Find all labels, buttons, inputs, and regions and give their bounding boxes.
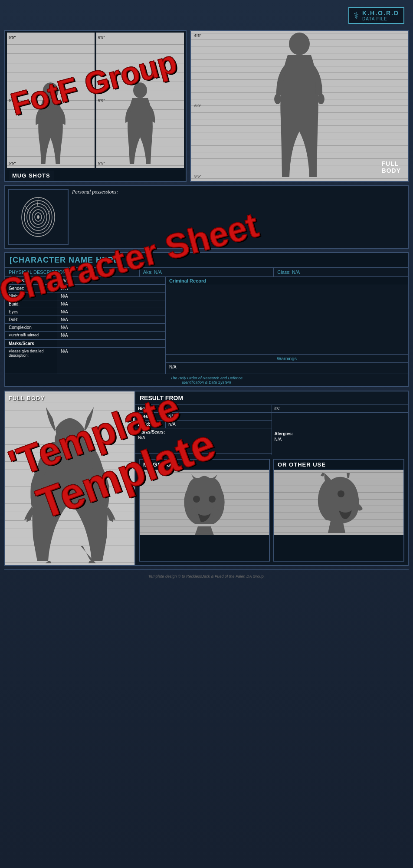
alt-hight-value: [166, 405, 272, 412]
khord-system-name: The Holy Order of Research and Defence: [9, 376, 404, 380]
dob-label: DoB:: [5, 316, 57, 323]
complexion-value: N/A: [57, 324, 165, 331]
svg-point-1: [133, 82, 147, 98]
mugshots-label-bar: MUG SHOTS: [5, 170, 186, 181]
svg-point-15: [55, 427, 85, 453]
alt-marks-value: N/A: [138, 434, 269, 452]
alt-allergies-value: N/A: [275, 436, 406, 454]
char-class-cell: Class: N/A: [274, 268, 408, 276]
khord-system-sub: Identification & Data System: [9, 380, 404, 385]
eyes-value: N/A: [57, 308, 165, 316]
alt-its-label: its:: [272, 405, 408, 412]
mugshots-grid: 6'5" 6'0" 5'5": [5, 31, 186, 170]
mugshot-bottom-right: OR OTHER USE: [273, 459, 404, 562]
alt-form-section: FULL BODY: [4, 391, 409, 566]
svg-point-0: [43, 82, 59, 100]
alt-its-row: its:: [272, 405, 408, 413]
physical-header: PHYSICAL DESCRIPTION: [9, 270, 66, 275]
field-complexion: Complexion N/A: [5, 324, 165, 332]
alt-eyes-row: Eyes: N/A: [135, 413, 272, 421]
char-name-text: [CHARACTER NAME HERE]: [10, 256, 122, 264]
gender-label: Gender:: [5, 285, 57, 292]
svg-point-2: [289, 33, 310, 55]
alt-eyes-value: N/A: [166, 413, 272, 420]
height-60: 6'0": [9, 98, 16, 102]
svg-point-11: [37, 215, 39, 219]
marks-scars-row: Marks/Scars: [5, 339, 165, 348]
field-species: Species: N/A: [5, 277, 165, 285]
svg-point-16: [193, 496, 200, 503]
pure-value: N/A: [57, 332, 165, 339]
marks-detail-value: N/A: [57, 348, 165, 374]
char-info-row: PHYSICAL DESCRIPTION Aka: N/A Class: N/A: [5, 268, 408, 277]
alt-marks-box: Marks/Scars: N/A: [135, 428, 272, 454]
alt-spacer2: [272, 421, 408, 430]
height-markers-2: 6'5" 6'0" 5'5": [98, 33, 105, 168]
footer-text: Template design © to RecklessJack & Fued…: [148, 574, 265, 579]
alt-build-row: Build: N/A: [135, 421, 272, 428]
mugshot-box-1: 6'5" 6'0" 5'5": [7, 33, 95, 168]
alt-hight-row: Hight:: [135, 405, 272, 413]
fullbody-label: FULL BODY: [382, 160, 401, 174]
char-physical-col: Species: N/A Gender: N/A Hight N/A Build…: [5, 277, 166, 374]
alt-left-col: Hight: Eyes: N/A Build: N/A Marks/Scars:…: [135, 405, 272, 455]
class-label: Class:: [277, 270, 291, 275]
field-pure: Pure/Half/Tainted N/A: [5, 332, 165, 339]
mugshots-bottom-row: MUGSHOTS: [135, 455, 408, 565]
alt-marks-label: Marks/Scars:: [138, 430, 269, 434]
alt-allergies-label: Alergies:: [275, 431, 406, 436]
khord-footer-bar: The Holy Order of Research and Defence I…: [5, 374, 408, 386]
possessions-box: Personal possessions:: [72, 189, 405, 245]
fullbody-height-markers: 6'5" 6'0" 5'5": [194, 31, 201, 181]
eyes-label: Eyes: [5, 308, 57, 316]
dob-value: N/A: [57, 316, 165, 323]
field-gender: Gender: N/A: [5, 285, 165, 293]
char-main-grid: Species: N/A Gender: N/A Hight N/A Build…: [5, 277, 408, 374]
mugshot-box-2: 6'5" 6'0" 5'5": [96, 33, 184, 168]
criminal-record-header: Criminal Record: [166, 277, 408, 285]
height-65: 6'5": [9, 35, 16, 39]
possessions-section: Personal possessions:: [4, 185, 409, 249]
alt-build-value: N/A: [166, 421, 272, 428]
fullbody-bg: 6'5" 6'0" 5'5": [191, 31, 408, 181]
fingerprint-box: [8, 189, 69, 245]
possessions-title: Personal possessions:: [72, 189, 405, 195]
alt-info-grid: Hight: Eyes: N/A Build: N/A Marks/Scars:…: [135, 405, 408, 455]
svg-point-17: [209, 496, 216, 503]
criminal-record-area: [166, 285, 408, 355]
alt-allergies-box: Alergies: N/A: [272, 430, 408, 455]
field-eyes: Eyes N/A: [5, 308, 165, 316]
logo-subtitle: DATA FILE: [362, 16, 399, 21]
height-markers-1: 6'5" 6'0" 5'5": [9, 33, 16, 168]
logo-text-block: K.H.O.R.D DATA FILE: [362, 10, 399, 21]
alt-header: RESULT FROM: [135, 391, 408, 405]
class-value: N/A: [292, 270, 300, 275]
page-wrapper: ⚕ K.H.O.R.D DATA FILE FotF Group Charact…: [0, 0, 413, 868]
alt-right-col: its: Alergies: N/A: [272, 405, 408, 455]
field-build: Build: N/A: [5, 300, 165, 308]
fullbody-silhouette: [271, 32, 328, 181]
mugshot-bottom-right-label: OR OTHER USE: [274, 460, 403, 470]
alt-fullbody-box: FULL BODY: [5, 391, 135, 565]
logo-title: K.H.O.R.D: [362, 10, 399, 16]
mugshot-bottom-left-label: MUGSHOTS: [140, 460, 269, 470]
fingerprint-svg: [16, 193, 60, 241]
alt-eyes-label: Eyes:: [135, 413, 166, 420]
khord-logo: ⚕ K.H.O.R.D DATA FILE: [348, 7, 404, 24]
gender-value: N/A: [57, 285, 165, 292]
char-aka-cell: Aka: N/A: [140, 268, 274, 276]
mugshots-header-label: MUG SHOTS: [9, 171, 54, 181]
page-footer: Template design © to RecklessJack & Fued…: [4, 569, 409, 581]
build-label: Build:: [5, 300, 57, 308]
alt-header-text: RESULT FROM: [140, 395, 183, 401]
character-sheet: [CHARACTER NAME HERE] PHYSICAL DESCRIPTI…: [4, 252, 409, 387]
warnings-label: Warnings: [166, 355, 408, 363]
aka-value: N/A: [154, 270, 162, 275]
mugshot-bottom-left-area: [140, 470, 269, 535]
field-hight: Hight N/A: [5, 293, 165, 300]
svg-point-3: [274, 94, 281, 104]
caduceus-icon: ⚕: [354, 10, 359, 21]
svg-point-4: [318, 94, 324, 104]
fullbody-container: 6'5" 6'0" 5'5": [190, 30, 409, 182]
species-label: Species:: [5, 277, 57, 284]
